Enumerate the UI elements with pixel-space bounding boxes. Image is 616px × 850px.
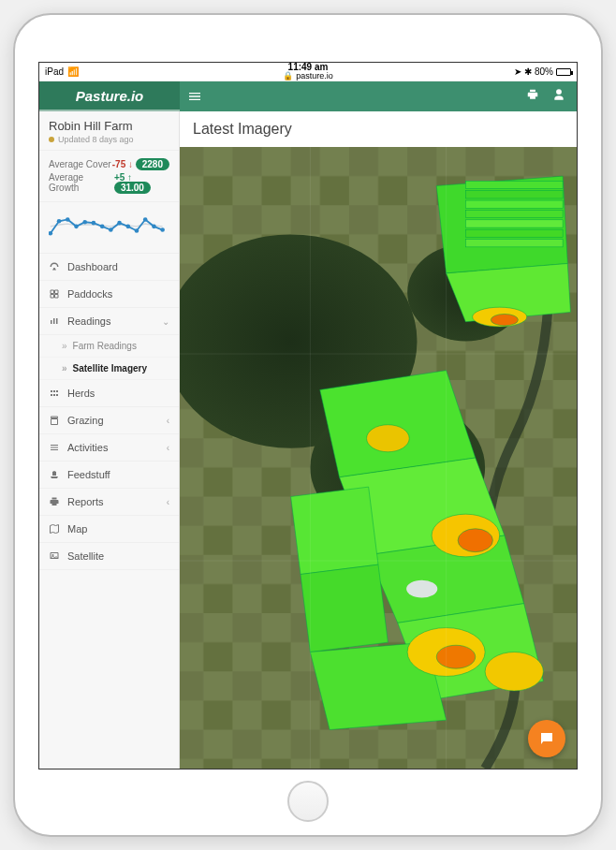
- nav-grazing-label: Grazing: [67, 415, 104, 426]
- nav-readings-label: Readings: [67, 315, 110, 327]
- map-icon: [49, 523, 60, 535]
- nav-dashboard[interactable]: Dashboard: [39, 254, 179, 281]
- svg-point-4: [82, 220, 87, 225]
- nav-paddocks[interactable]: Paddocks: [39, 281, 179, 308]
- nav-satellite-imagery[interactable]: Satellite Imagery: [39, 358, 179, 380]
- ios-status-bar: iPad 11:49 am 🔒 pasture.io ➤ ✱ 80%: [39, 63, 577, 81]
- battery-icon: [556, 68, 571, 76]
- nav-map-label: Map: [67, 523, 87, 535]
- svg-rect-29: [465, 240, 563, 247]
- readings-icon: [49, 315, 60, 327]
- nav-paddocks-label: Paddocks: [67, 288, 112, 300]
- activities-icon: [49, 442, 60, 453]
- nav-herds-label: Herds: [67, 388, 95, 399]
- svg-point-37: [491, 314, 518, 325]
- svg-rect-28: [465, 229, 563, 237]
- nav-list: Dashboard Paddocks Readings ⌄ Farm Readi…: [39, 254, 179, 570]
- nav-readings[interactable]: Readings ⌄: [39, 308, 179, 335]
- chevron-left-icon: ‹: [167, 497, 169, 507]
- nav-dashboard-label: Dashboard: [67, 261, 118, 272]
- nav-satellite-imagery-label: Satellite Imagery: [73, 363, 147, 374]
- location-icon: ➤: [514, 66, 521, 77]
- updated-label: Updated 8 days ago: [49, 135, 169, 144]
- feedstuff-icon: [49, 469, 60, 480]
- paddocks-icon: [49, 288, 60, 300]
- svg-point-38: [406, 580, 437, 598]
- farm-header: Robin Hill Farm Updated 8 days ago: [39, 111, 179, 151]
- nav-reports[interactable]: Reports ‹: [39, 489, 179, 516]
- svg-point-3: [74, 225, 79, 229]
- logo-text: Pasture.io: [76, 88, 144, 104]
- stats-block: Average Cover -75 2280 Average Growth +5…: [39, 151, 179, 202]
- nav-activities-label: Activities: [67, 442, 108, 453]
- herds-icon: [49, 388, 60, 399]
- svg-point-31: [458, 529, 492, 552]
- nav-satellite[interactable]: Satellite: [39, 543, 179, 570]
- svg-point-10: [135, 228, 139, 233]
- user-icon[interactable]: [552, 88, 565, 105]
- nav-map[interactable]: Map: [39, 516, 179, 543]
- svg-point-6: [100, 225, 105, 229]
- device-label: iPad: [45, 66, 64, 77]
- svg-point-8: [117, 221, 122, 226]
- satellite-map[interactable]: [180, 147, 577, 769]
- readings-sublist: Farm Readings Satellite Imagery: [39, 335, 179, 380]
- avg-growth-label: Average Growth: [49, 172, 114, 193]
- svg-point-11: [143, 217, 148, 222]
- farm-name: Robin Hill Farm: [49, 119, 169, 133]
- status-url: pasture.io: [296, 72, 333, 81]
- main-panel: Latest Imagery: [180, 111, 577, 769]
- nav-feedstuff-label: Feedstuff: [67, 469, 110, 480]
- svg-point-12: [152, 225, 156, 229]
- svg-point-1: [57, 219, 62, 224]
- avg-cover-label: Average Cover: [49, 159, 111, 169]
- screen: iPad 11:49 am 🔒 pasture.io ➤ ✱ 80% Pastu…: [38, 62, 578, 769]
- nav-farm-readings[interactable]: Farm Readings: [39, 335, 179, 358]
- chat-button[interactable]: [528, 720, 565, 757]
- svg-point-7: [109, 227, 113, 232]
- app-logo[interactable]: Pasture.io: [39, 81, 180, 111]
- svg-point-34: [485, 652, 543, 692]
- wifi-icon: [67, 66, 79, 77]
- menu-toggle-button[interactable]: [180, 89, 210, 104]
- nav-satellite-label: Satellite: [67, 550, 104, 562]
- tablet-frame: iPad 11:49 am 🔒 pasture.io ➤ ✱ 80% Pastu…: [13, 13, 603, 837]
- svg-rect-24: [465, 191, 563, 198]
- chevron-left-icon: ‹: [167, 416, 169, 426]
- app-body: Robin Hill Farm Updated 8 days ago Avera…: [39, 111, 577, 769]
- svg-rect-27: [465, 220, 563, 227]
- lock-icon: 🔒: [283, 72, 293, 81]
- svg-point-35: [367, 425, 410, 452]
- nav-activities[interactable]: Activities ‹: [39, 434, 179, 462]
- chevron-down-icon: ⌄: [162, 316, 169, 327]
- nav-herds[interactable]: Herds: [39, 380, 179, 407]
- satellite-icon: [49, 550, 60, 562]
- nav-feedstuff[interactable]: Feedstuff: [39, 462, 179, 489]
- svg-point-33: [436, 645, 476, 668]
- battery-percent: 80%: [535, 66, 553, 77]
- chevron-left-icon: ‹: [167, 443, 169, 453]
- print-icon[interactable]: [526, 88, 539, 105]
- app-header: Pasture.io: [39, 81, 577, 111]
- avg-cover-change: -75: [112, 159, 133, 169]
- reports-icon: [49, 496, 60, 507]
- svg-point-13: [160, 227, 165, 232]
- svg-rect-23: [465, 181, 563, 188]
- home-button[interactable]: [287, 781, 329, 822]
- svg-point-2: [66, 217, 70, 222]
- dashboard-icon: [49, 261, 60, 272]
- svg-point-9: [125, 225, 130, 229]
- grazing-icon: [49, 415, 60, 426]
- nav-reports-label: Reports: [67, 496, 104, 507]
- page-title: Latest Imagery: [180, 111, 577, 147]
- svg-rect-26: [465, 210, 563, 217]
- nav-grazing[interactable]: Grazing ‹: [39, 407, 179, 434]
- svg-point-5: [92, 221, 96, 226]
- svg-rect-25: [465, 200, 563, 208]
- avg-cover-value: 2280: [136, 158, 169, 170]
- avg-growth-value: 31.00: [114, 182, 151, 194]
- sidebar: Robin Hill Farm Updated 8 days ago Avera…: [39, 111, 180, 769]
- bluetooth-icon: ✱: [524, 66, 532, 77]
- nav-farm-readings-label: Farm Readings: [73, 341, 137, 351]
- sparkline-chart: [39, 202, 179, 254]
